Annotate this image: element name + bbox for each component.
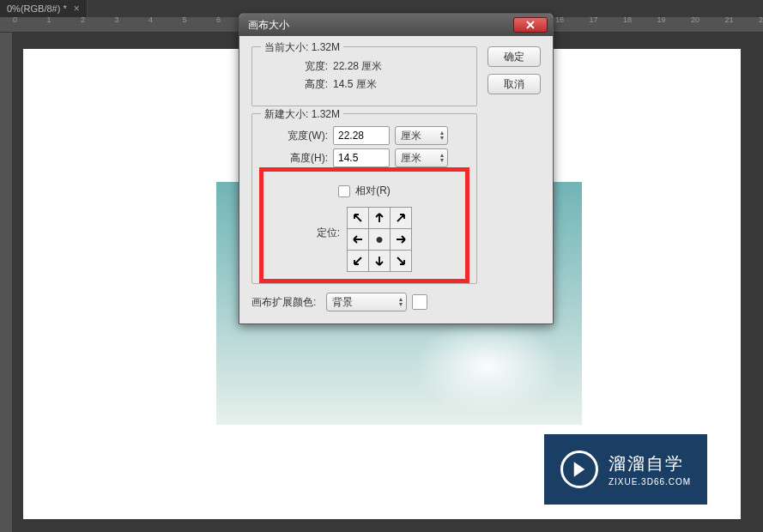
relative-checkbox[interactable] [338,185,350,197]
new-size-legend: 新建大小: 1.32M [261,107,343,122]
tab-title: 0%(RGB/8#) * [7,3,67,14]
dialog-titlebar[interactable]: 画布大小 [239,14,553,36]
current-width-value: 22.28 厘米 [333,59,382,74]
document-tab[interactable]: 0%(RGB/8#) * × [0,0,88,17]
watermark-title: 溜溜自学 [609,452,691,475]
anchor-label: 定位: [317,226,340,240]
watermark: 溜溜自学 ZIXUE.3D66.COM [544,434,707,505]
relative-label: 相对(R) [355,184,391,198]
current-size-legend: 当前大小: 1.32M [261,40,343,55]
new-height-label: 高度(H): [263,151,328,166]
height-unit-label: 厘米 [401,151,421,166]
anchor-grid: ● [347,207,412,272]
current-height-label: 高度: [263,77,328,92]
anchor-bottom-right[interactable] [391,251,411,271]
anchor-row: 定位: ● [276,207,453,272]
updown-icon: ▴▾ [440,130,444,141]
updown-icon: ▴▾ [399,297,403,307]
dialog-body: 当前大小: 1.32M 宽度: 22.28 厘米 高度: 14.5 厘米 新建大… [239,36,553,323]
extension-value: 背景 [332,295,353,310]
anchor-right[interactable] [391,229,411,250]
current-height-value: 14.5 厘米 [333,77,377,92]
extension-label: 画布扩展颜色: [251,295,316,310]
anchor-bottom[interactable] [369,251,390,271]
width-input[interactable] [333,126,390,145]
close-icon [525,21,536,29]
relative-row: 相对(R) [276,184,453,198]
height-input[interactable] [333,148,390,167]
cancel-button[interactable]: 取消 [487,74,541,94]
play-icon [560,450,598,488]
dialog-title: 画布大小 [248,18,513,33]
watermark-url: ZIXUE.3D66.COM [609,477,691,487]
current-size-fieldset: 当前大小: 1.32M 宽度: 22.28 厘米 高度: 14.5 厘米 [251,46,477,106]
close-button[interactable] [513,17,548,33]
anchor-top[interactable] [369,208,390,228]
extension-row: 画布扩展颜色: 背景 ▴▾ [251,293,477,311]
color-swatch[interactable] [412,294,427,310]
extension-color-select[interactable]: 背景 ▴▾ [326,293,407,311]
new-size-fieldset: 新建大小: 1.32M 宽度(W): 厘米 ▴▾ 高度(H): 厘米 ▴▾ [251,113,477,284]
width-unit-select[interactable]: 厘米 ▴▾ [395,126,448,145]
anchor-bottom-left[interactable] [348,251,368,271]
anchor-top-left[interactable] [348,208,368,228]
width-unit-label: 厘米 [401,129,421,143]
anchor-left[interactable] [348,229,368,250]
updown-icon: ▴▾ [440,153,444,163]
ruler-vertical [0,33,13,532]
dialog-left-column: 当前大小: 1.32M 宽度: 22.28 厘米 高度: 14.5 厘米 新建大… [251,46,477,311]
confirm-button[interactable]: 确定 [487,46,541,67]
dialog-right-column: 确定 取消 [487,46,541,311]
anchor-center[interactable]: ● [369,229,390,250]
current-width-label: 宽度: [263,59,328,74]
watermark-text: 溜溜自学 ZIXUE.3D66.COM [609,452,691,487]
new-width-label: 宽度(W): [263,129,328,143]
highlight-box: 相对(R) 定位: ● [259,167,469,283]
anchor-top-right[interactable] [391,208,411,228]
height-unit-select[interactable]: 厘米 ▴▾ [395,148,448,167]
canvas-size-dialog: 画布大小 当前大小: 1.32M 宽度: 22.28 厘米 高度: 14.5 厘… [239,13,554,324]
tab-close-icon[interactable]: × [74,3,80,15]
